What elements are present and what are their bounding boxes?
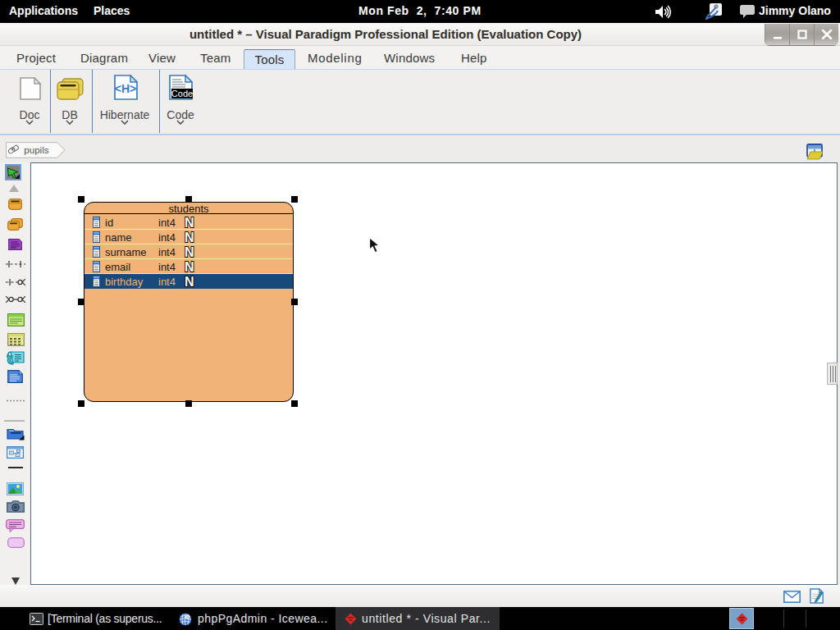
svg-text:pupils: pupils — [24, 145, 48, 155]
svg-text:<H>: <H> — [115, 82, 136, 95]
svg-text:Code: Code — [171, 89, 193, 98]
